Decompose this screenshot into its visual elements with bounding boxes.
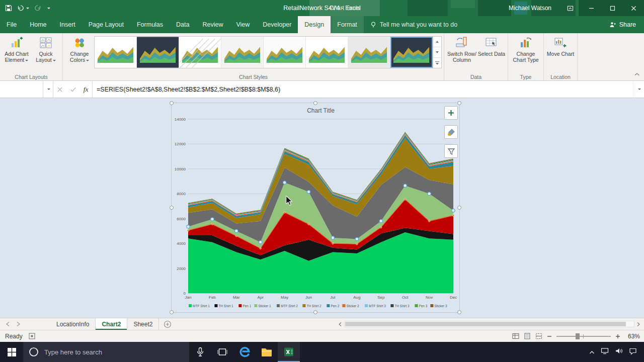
page-layout-view-icon[interactable] (524, 333, 531, 339)
ribbon-tab-format[interactable]: Format (331, 16, 364, 33)
selected-point-handle[interactable] (211, 218, 214, 221)
name-box-dropdown-icon[interactable] (43, 81, 53, 98)
chart-style-option-2[interactable] (137, 37, 179, 68)
chart-selection-handle[interactable] (313, 310, 317, 314)
sheet-scroll-right-icon[interactable] (17, 321, 20, 328)
chart-filters-button[interactable] (444, 144, 458, 158)
microphone-icon[interactable] (189, 342, 211, 362)
ribbon-tab-data[interactable]: Data (170, 16, 196, 33)
chart-style-option-5[interactable] (264, 37, 306, 68)
enter-entry-icon[interactable] (66, 81, 79, 98)
taskbar-search-box[interactable] (23, 342, 189, 362)
speaker-icon[interactable] (615, 347, 623, 356)
chart-selection-handle[interactable] (170, 101, 174, 105)
chart-styles-button[interactable] (444, 125, 458, 139)
hscroll-thumb[interactable] (345, 322, 626, 326)
zoom-slider[interactable] (556, 336, 611, 337)
chart-selection-handle[interactable] (313, 101, 317, 105)
selected-point-handle[interactable] (452, 209, 455, 212)
legend-swatch-mtf-shirt-2[interactable] (277, 304, 280, 307)
legend-label-sticker-1[interactable]: Sticker 1 (258, 304, 271, 308)
legend-swatch-th-shirt-2[interactable] (302, 304, 305, 307)
tray-expand-icon[interactable] (589, 347, 595, 356)
marker-point[interactable] (332, 242, 334, 244)
move-chart-button[interactable]: Move Chart (546, 34, 575, 57)
chart-selection-handle[interactable] (457, 310, 461, 314)
selected-point-handle[interactable] (259, 240, 262, 243)
save-icon[interactable] (5, 5, 12, 12)
zoom-level[interactable]: 63% (625, 333, 640, 340)
marker-point[interactable] (380, 226, 382, 228)
start-button[interactable] (0, 342, 23, 362)
edge-icon[interactable] (233, 342, 256, 362)
collapse-ribbon-button[interactable] (634, 70, 640, 79)
legend-swatch-mtf-shirt-3[interactable] (365, 304, 368, 307)
chart-style-option-7[interactable] (348, 37, 390, 68)
hscroll-right-icon[interactable] (634, 322, 642, 326)
chart-selection-handle[interactable] (457, 206, 461, 210)
change-chart-type-button[interactable]: Change Chart Type (510, 34, 541, 63)
selected-point-handle[interactable] (187, 225, 190, 228)
chart-object[interactable]: 02000400060008000100001200014000JanFebMa… (171, 103, 460, 313)
gallery-scroll-down-button[interactable] (433, 47, 441, 58)
legend-label-th-shirt-3[interactable]: TH Shirt 3 (394, 304, 410, 308)
marker-point[interactable] (260, 247, 262, 249)
ribbon-tab-developer[interactable]: Developer (256, 16, 298, 33)
sheet-tab-sheet2[interactable]: Sheet2 (127, 318, 159, 330)
cancel-entry-icon[interactable] (53, 81, 66, 98)
selected-point-handle[interactable] (235, 229, 238, 232)
marker-point[interactable] (235, 235, 237, 237)
sheet-tab-locationinfo[interactable]: LocationInfo (50, 318, 96, 330)
ribbon-display-options-icon[interactable] (559, 0, 581, 16)
marker-point[interactable] (356, 243, 358, 245)
chart-style-option-1[interactable] (95, 37, 137, 68)
legend-swatch-mtf-shirt-1[interactable] (189, 304, 192, 307)
legend-label-th-shirt-1[interactable]: TH Shirt 1 (218, 304, 233, 308)
ribbon-tab-view[interactable]: View (229, 16, 256, 33)
legend-label-mtf-shirt-3[interactable]: MTF Shirt 3 (369, 304, 386, 308)
legend-swatch-pen-2[interactable] (327, 304, 330, 307)
redo-icon[interactable] (34, 5, 41, 12)
marker-point[interactable] (452, 215, 454, 217)
hscroll-left-icon[interactable] (336, 322, 344, 326)
insert-function-button[interactable]: fx (79, 81, 93, 98)
legend-swatch-sticker-3[interactable] (430, 304, 433, 307)
quick-layout-button[interactable]: Quick Layout (31, 34, 60, 63)
maximize-button[interactable] (602, 0, 623, 16)
selected-point-handle[interactable] (331, 236, 334, 239)
zoom-slider-thumb[interactable] (576, 333, 580, 339)
taskbar-search-input[interactable] (44, 348, 165, 356)
file-explorer-icon[interactable] (256, 342, 278, 362)
chart-selection-handle[interactable] (170, 310, 174, 314)
customize-quick-access-icon[interactable] (46, 8, 50, 9)
marker-point[interactable] (187, 229, 189, 231)
ribbon-tab-home[interactable]: Home (23, 16, 53, 33)
ribbon-tab-design[interactable]: Design (298, 16, 331, 33)
sheet-scroll-left-icon[interactable] (6, 321, 10, 328)
undo-icon[interactable] (17, 5, 29, 12)
zoom-in-icon[interactable] (615, 334, 620, 339)
hscroll-track[interactable] (344, 321, 634, 327)
selected-point-handle[interactable] (307, 190, 310, 193)
ribbon-tab-review[interactable]: Review (196, 16, 229, 33)
change-colors-button[interactable]: Change Colors (65, 34, 94, 63)
formula-bar-expand-icon[interactable] (633, 81, 644, 98)
selected-point-handle[interactable] (283, 181, 286, 184)
legend-label-mtf-shirt-1[interactable]: MTF Shirt 1 (193, 304, 210, 308)
ribbon-tab-insert[interactable]: Insert (53, 16, 82, 33)
legend-label-pen-2[interactable]: Pen 2 (331, 304, 339, 308)
legend-swatch-th-shirt-1[interactable] (214, 304, 217, 307)
legend-label-sticker-2[interactable]: Sticker 2 (346, 304, 359, 308)
switch-row-column-button[interactable]: Switch Row/ Column (446, 34, 477, 63)
gallery-scroll-up-button[interactable] (433, 37, 441, 47)
task-view-icon[interactable] (211, 342, 233, 362)
legend-swatch-pen-1[interactable] (238, 304, 242, 307)
legend-swatch-sticker-2[interactable] (342, 304, 345, 307)
legend-swatch-th-shirt-3[interactable] (390, 304, 393, 307)
marker-point[interactable] (428, 220, 430, 222)
ribbon-tab-file[interactable]: File (0, 16, 23, 33)
ribbon-tab-page-layout[interactable]: Page Layout (82, 16, 130, 33)
minimize-button[interactable] (581, 0, 602, 16)
sheet-tab-chart2[interactable]: Chart2 (96, 318, 127, 330)
gallery-more-button[interactable] (433, 58, 441, 68)
